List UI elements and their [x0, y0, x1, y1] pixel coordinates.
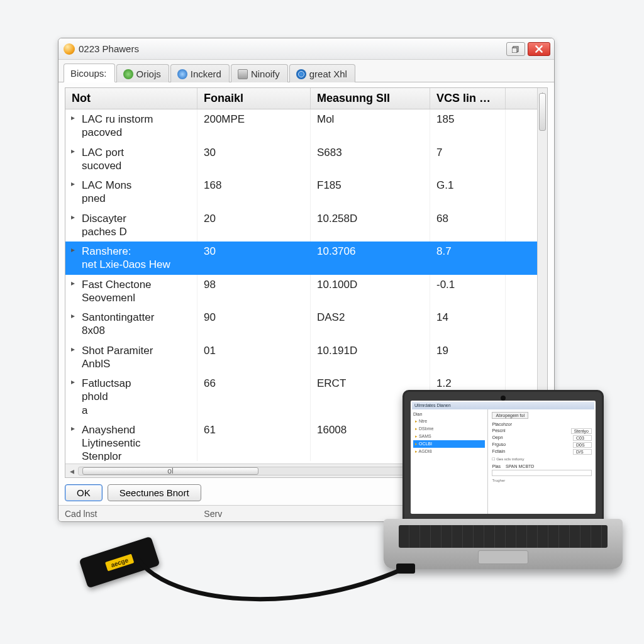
status-left: Cad lnst [65, 509, 97, 519]
mini-titlebar: Ullmrdates Dianen [412, 402, 594, 409]
cell: 10.258D [311, 209, 430, 242]
col-header-1[interactable]: Fonaikl [197, 88, 311, 109]
world-icon [296, 69, 306, 79]
usb-dongle: aecge [79, 536, 160, 589]
cell: 185 [430, 109, 506, 143]
cell: G.1 [430, 175, 506, 209]
cell: 68 [430, 209, 506, 242]
status-right: Serv [204, 509, 222, 519]
grid-header: Not Fonaikl Measunng SII VCS lin Cunce [65, 88, 547, 109]
mini-field-row: OepnC03 [492, 435, 592, 441]
restore-button[interactable] [506, 42, 525, 56]
cell: 8.7 [430, 242, 506, 275]
tab-label: Oriojs [136, 69, 161, 79]
tab-ninoify[interactable]: Ninoify [231, 64, 288, 82]
cell: Fatluctsap phold a [65, 374, 197, 420]
horizontal-scroll-thumb[interactable]: ol [82, 467, 258, 475]
cell: Shot Paramiter AnblS [65, 341, 197, 374]
ok-button[interactable]: OK [65, 484, 103, 501]
mini-footer-label: Trogher [492, 479, 592, 482]
cell: 10.3706 [311, 242, 430, 275]
cell: 01 [197, 341, 311, 374]
mini-sidebar: Dian NtreDSbmeSAMSOCLBIAGDI8 [411, 409, 488, 514]
cell: 98 [197, 275, 311, 308]
cell: 66 [197, 374, 311, 420]
cell: 168 [197, 175, 311, 209]
cell: -0.1 [430, 275, 506, 308]
mini-list-item: Ntre [413, 418, 485, 425]
laptop-base [384, 519, 623, 569]
mini-panel: Abropegem fol Ptacohzor PescnlStenlyoOep… [488, 409, 596, 514]
col-header-2[interactable]: Measunng SII [311, 88, 430, 109]
mini-field-row: PescnlStenlyo [492, 428, 592, 434]
mini-big-value: SPAN MCBTD [506, 464, 534, 469]
mini-list-item: AGDI8 [413, 448, 485, 455]
tabstrip: Bicoups: Oriojs Inckerd Ninoify great Xh… [58, 60, 554, 82]
mini-big-label: Plas [492, 464, 501, 469]
mini-heading: Ptacohzor [492, 422, 592, 426]
cell: 10.191D [311, 341, 430, 374]
mini-tab: Abropegem fol [492, 412, 528, 419]
cell: 90 [197, 308, 311, 341]
table-row[interactable]: LAC port sucoved30S6837 [65, 143, 547, 176]
close-button[interactable] [528, 42, 550, 56]
cell: DAS2 [311, 308, 430, 341]
cell: LAC port sucoved [65, 143, 197, 176]
mini-list-item: DSbme [413, 425, 485, 433]
tab-oriojs[interactable]: Oriojs [116, 64, 169, 82]
cable-icon [132, 535, 421, 616]
col-header-3[interactable]: VCS lin Cunce [430, 88, 506, 109]
window-title: 0223 Phawers [79, 43, 139, 54]
tab-inckerd[interactable]: Inckerd [170, 64, 230, 82]
laptop-illustration: Ullmrdates Dianen Dian NtreDSbmeSAMSOCLB… [384, 390, 623, 579]
laptop-trackpad [478, 550, 528, 564]
table-row[interactable]: Fast Chectone Seovemenl9810.100D-0.1 [65, 275, 547, 308]
table-row[interactable]: Ranshere: net Lxie-0aos Hew3010.37068.7 [65, 242, 547, 275]
globe-icon [177, 69, 187, 79]
cell: LAC ru instorm pacoved [65, 109, 197, 143]
cell: 30 [197, 242, 311, 275]
secondary-button[interactable]: Seectunes Bnort [108, 484, 201, 501]
mini-list-item: OCLBI [413, 440, 485, 448]
mini-longfield [492, 470, 592, 476]
tab-bicoups[interactable]: Bicoups: [64, 64, 115, 82]
dongle-label: aecge [105, 553, 135, 571]
svg-rect-1 [512, 48, 517, 53]
col-header-0[interactable]: Not [65, 88, 197, 109]
server-icon [238, 69, 248, 79]
leaf-icon [123, 69, 133, 79]
tab-label: great Xhl [309, 69, 347, 79]
cell: 19 [430, 341, 506, 374]
table-row[interactable]: Discayter paches D2010.258D68 [65, 209, 547, 242]
table-row[interactable]: LAC ru instorm pacoved200MPEMol185 [65, 109, 547, 143]
cell: LAC Mons pned [65, 175, 197, 209]
vertical-scroll-thumb[interactable] [539, 93, 546, 131]
table-row[interactable]: Santontingatter 8x0890DAS214 [65, 308, 547, 341]
cell: 20 [197, 209, 311, 242]
table-row[interactable]: Shot Paramiter AnblS0110.191D19 [65, 341, 547, 374]
cell: F185 [311, 175, 430, 209]
tab-label: Bicoups: [70, 68, 107, 79]
tab-label: Ninoify [251, 69, 280, 79]
cell: 14 [430, 308, 506, 341]
mini-field-row: FctiainD/S [492, 449, 592, 455]
cell: 61 [197, 420, 311, 461]
mini-checkbox: Ges scls tntfomy [492, 457, 592, 461]
mini-list-item: SAMS [413, 433, 485, 440]
cell: 7 [430, 143, 506, 176]
cell: Fast Chectone Seovemenl [65, 275, 197, 308]
cell: 30 [197, 143, 311, 176]
app-icon [64, 43, 75, 55]
cell: Santontingatter 8x08 [65, 308, 197, 341]
cell: Ranshere: net Lxie-0aos Hew [65, 242, 197, 275]
cell: Discayter paches D [65, 209, 197, 242]
laptop-screen: Ullmrdates Dianen Dian NtreDSbmeSAMSOCLB… [402, 390, 604, 522]
cell: S683 [311, 143, 430, 176]
table-row[interactable]: LAC Mons pned168F185G.1 [65, 175, 547, 209]
cell: Anayshend Liytinesentic Stenplor [65, 420, 197, 461]
scroll-left-icon[interactable]: ◂ [65, 464, 78, 477]
titlebar: 0223 Phawers [58, 38, 554, 60]
laptop-keyboard [399, 525, 608, 548]
tab-greatxhl[interactable]: great Xhl [289, 64, 355, 82]
cell: 200MPE [197, 109, 311, 143]
